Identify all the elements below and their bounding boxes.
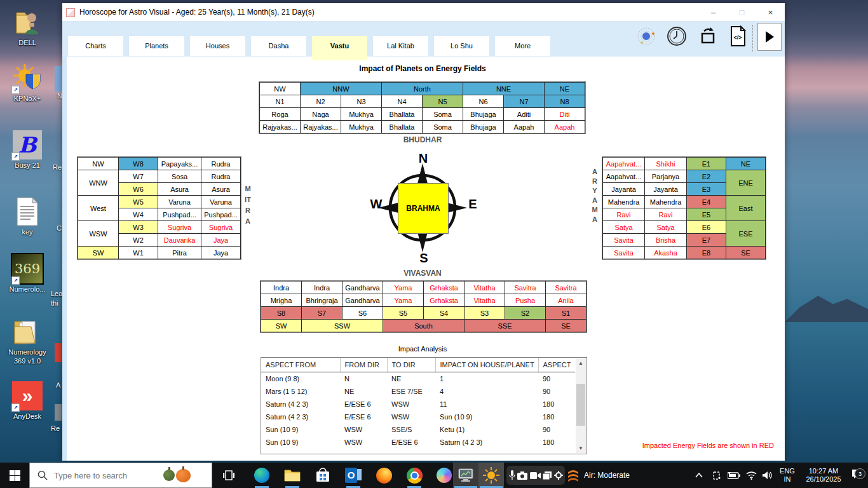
table-cell: Grhaksta bbox=[424, 294, 465, 307]
compass-north-letter: N bbox=[415, 151, 431, 166]
store-icon[interactable] bbox=[309, 463, 337, 488]
table-cell: Indra bbox=[261, 281, 302, 294]
table-cell: W4 bbox=[119, 208, 158, 221]
air-quality-icon[interactable] bbox=[566, 463, 580, 488]
expand-play-icon[interactable] bbox=[757, 23, 782, 51]
vertical-scrollbar[interactable]: ▲ ▼ bbox=[576, 358, 586, 453]
table-cell: NW bbox=[78, 158, 119, 170]
shortcut-arrow-icon: ↗ bbox=[11, 86, 20, 94]
table-cell: Sugriva bbox=[158, 221, 201, 234]
desktop-icon-anydesk[interactable]: » ↗ AnyDesk bbox=[3, 380, 52, 421]
desktop-icon-dell[interactable]: DELL bbox=[3, 6, 52, 47]
solar-system-icon[interactable] bbox=[635, 25, 657, 47]
table-cell: Soma bbox=[423, 121, 463, 133]
code-report-icon[interactable]: </> bbox=[727, 25, 749, 47]
desktop-icon-numerology-folder[interactable]: Numerology 369 v1.0 bbox=[3, 316, 52, 365]
tab-planets[interactable]: Planets bbox=[129, 36, 184, 56]
toolbar-separator bbox=[752, 25, 753, 51]
tab-lo-shu[interactable]: Lo Shu bbox=[434, 36, 489, 56]
tray-expand-icon[interactable] bbox=[691, 463, 707, 488]
table-cell: E7 bbox=[687, 234, 726, 247]
microphone-icon[interactable] bbox=[509, 470, 515, 480]
tab-more[interactable]: More bbox=[495, 36, 550, 56]
sun-app-icon[interactable] bbox=[478, 463, 504, 488]
table-cell: Bhringraja bbox=[302, 294, 342, 307]
table-cell: NNW bbox=[301, 83, 382, 95]
edge-icon[interactable] bbox=[248, 463, 276, 488]
scroll-down-icon[interactable]: ▼ bbox=[576, 444, 586, 453]
table-cell: Savitra bbox=[505, 281, 546, 294]
tab-vastu[interactable]: Vastu bbox=[312, 36, 367, 60]
file-explorer-icon[interactable] bbox=[278, 463, 306, 488]
table-cell: Asura bbox=[201, 183, 241, 196]
desktop-icon-label: DELL bbox=[3, 38, 52, 47]
camera-icon[interactable] bbox=[517, 471, 527, 480]
gourd-icon bbox=[163, 470, 175, 481]
south-energy-table: IndraIndraGandharvaYamaGrhakstaVitathaSa… bbox=[261, 281, 587, 332]
maximize-button[interactable]: □ bbox=[728, 3, 756, 21]
table-cell: S4 bbox=[424, 307, 465, 320]
taskbar-search[interactable] bbox=[29, 463, 212, 488]
firefox-icon[interactable] bbox=[370, 463, 398, 488]
window-left-strip bbox=[62, 57, 67, 461]
tab-houses[interactable]: Houses bbox=[190, 36, 245, 56]
start-button[interactable] bbox=[0, 463, 29, 488]
hidden-icon-label: N bbox=[57, 92, 62, 100]
notifications-icon[interactable]: 3 bbox=[848, 463, 867, 488]
wifi-icon[interactable] bbox=[743, 463, 759, 488]
search-input[interactable] bbox=[53, 470, 163, 481]
pumpkin-icon bbox=[176, 469, 191, 482]
table-cell: Mukhya bbox=[341, 108, 382, 121]
table-cell: Varuna bbox=[158, 196, 201, 208]
tab-dasha[interactable]: Dasha bbox=[251, 36, 306, 56]
rotation-lock-icon[interactable] bbox=[709, 463, 724, 488]
minimize-button[interactable]: – bbox=[699, 3, 728, 21]
tab-lal-kitab[interactable]: Lal Kitab bbox=[373, 36, 428, 56]
compass-south-letter: S bbox=[416, 251, 432, 266]
table-cell: Gandharva bbox=[342, 294, 383, 307]
task-view-icon[interactable] bbox=[215, 463, 243, 488]
table-cell: Pitra bbox=[158, 247, 201, 259]
desktop-icon-kpnox[interactable]: ↗ KPNoX+ bbox=[3, 62, 52, 103]
table-cell: IMPACT ON HOUSE/PLANET bbox=[435, 358, 538, 372]
desktop-icon-busy21[interactable]: B ↗ Busy 21 bbox=[3, 129, 52, 170]
table-cell: Yama bbox=[383, 294, 424, 307]
table-cell: 90 bbox=[538, 385, 575, 398]
table-cell: Rudra bbox=[201, 170, 241, 183]
table-cell: East bbox=[726, 196, 766, 221]
monitor-app-icon[interactable] bbox=[453, 463, 478, 488]
table-cell: Bhujaga bbox=[463, 108, 504, 121]
table-cell: S7 bbox=[302, 307, 342, 320]
tab-charts[interactable]: Charts bbox=[68, 36, 123, 56]
chrome-icon[interactable] bbox=[400, 463, 428, 488]
air-quality-status[interactable]: Air: Moderate bbox=[581, 463, 632, 488]
folder-icon bbox=[3, 316, 52, 348]
table-cell: ESE bbox=[726, 221, 766, 247]
outlook-icon[interactable]: O bbox=[339, 463, 367, 488]
table-cell: NE bbox=[545, 83, 585, 95]
desktop-icon-numerolo[interactable]: 369 ↗ Numerolo... bbox=[3, 253, 52, 294]
north-deity-label: BHUDHAR bbox=[359, 135, 486, 144]
video-camera-icon[interactable] bbox=[530, 472, 541, 479]
battery-icon[interactable] bbox=[726, 463, 742, 488]
table-cell: Parjanya bbox=[645, 170, 687, 183]
impact-analysis-title: Impact Analysis bbox=[359, 345, 486, 353]
window-capture-icon[interactable] bbox=[543, 471, 552, 480]
rotate-chart-icon[interactable] bbox=[696, 25, 718, 47]
numerology-369-icon: 369 ↗ bbox=[3, 253, 52, 285]
clock-icon[interactable] bbox=[666, 25, 688, 47]
table-cell: N bbox=[340, 372, 387, 386]
close-button[interactable]: × bbox=[756, 3, 785, 21]
table-cell: E/ESE 6 bbox=[387, 436, 435, 449]
volume-icon[interactable] bbox=[760, 463, 775, 488]
scroll-up-icon[interactable]: ▲ bbox=[576, 358, 586, 368]
settings-gear-icon[interactable] bbox=[554, 471, 563, 480]
clock-indicator[interactable]: 10:27 AM26/10/2025 bbox=[799, 463, 848, 488]
table-cell: N5 bbox=[423, 95, 463, 108]
table-cell: SW bbox=[261, 320, 302, 332]
table-cell: N3 bbox=[341, 95, 382, 108]
scrollbar-thumb[interactable] bbox=[576, 384, 585, 426]
language-indicator[interactable]: ENGIN bbox=[776, 463, 798, 488]
desktop-icon-key[interactable]: key bbox=[3, 196, 52, 236]
table-cell: Jayanta bbox=[603, 183, 645, 196]
